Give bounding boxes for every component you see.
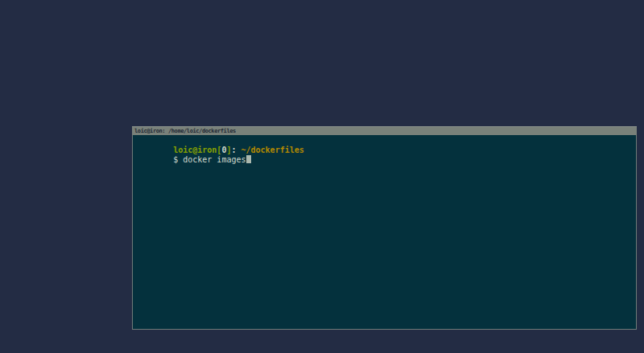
window-title: loic@iron: /home/loic/dockerfiles xyxy=(134,128,236,134)
shell-prompt-symbol: $ xyxy=(173,155,183,164)
prompt-user-host: loic@iron xyxy=(173,146,217,154)
prompt-separator: : xyxy=(231,146,241,154)
typed-command: docker images xyxy=(183,155,246,164)
desktop-background: loic@iron: /home/loic/dockerfiles loic@i… xyxy=(0,0,644,353)
terminal-screen[interactable]: loic@iron[0]: ~/dockerfiles $ docker ima… xyxy=(132,135,637,330)
prompt-path: ~/dockerfiles xyxy=(242,146,304,154)
terminal-window[interactable]: loic@iron: /home/loic/dockerfiles loic@i… xyxy=(132,126,637,330)
terminal-cursor xyxy=(246,155,251,163)
window-titlebar[interactable]: loic@iron: /home/loic/dockerfiles xyxy=(132,126,637,135)
prompt-line: loic@iron[0]: ~/dockerfiles xyxy=(134,136,634,146)
